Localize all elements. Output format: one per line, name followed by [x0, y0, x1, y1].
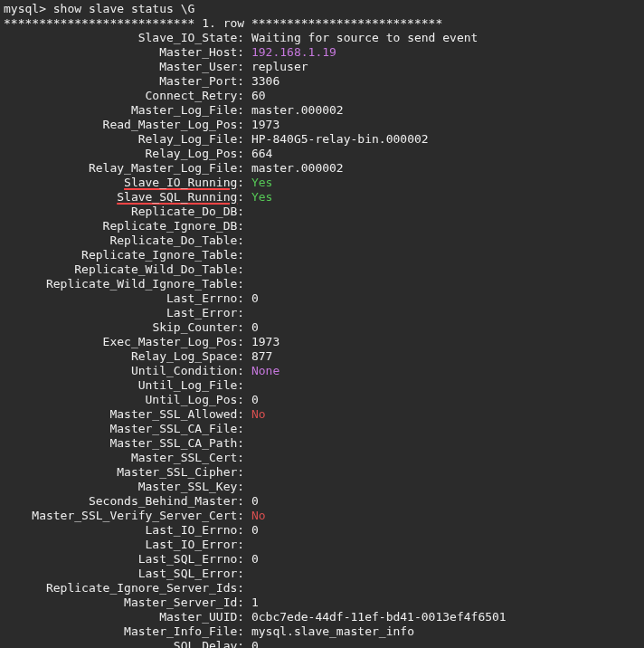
status-key: Relay_Log_File — [138, 132, 238, 146]
status-value: 3306 — [251, 74, 279, 88]
status-key: Replicate_Ignore_Table — [81, 248, 237, 262]
status-value: No — [251, 509, 266, 522]
terminal-output: mysql> show slave status \G ************… — [0, 0, 644, 648]
status-key: Slave_SQL_Running — [117, 190, 237, 204]
status-key: Master_SSL_CA_File — [109, 422, 237, 435]
status-key: Replicate_Ignore_Server_Ids — [46, 581, 237, 595]
status-key: Relay_Log_Pos — [146, 147, 238, 160]
status-key: Master_Server_Id — [124, 596, 237, 609]
status-value: 1 — [251, 596, 259, 609]
status-key: Skip_Counter — [152, 320, 237, 334]
status-key: Last_SQL_Errno — [138, 552, 238, 566]
status-key: Master_SSL_Cert — [131, 451, 237, 464]
row-banner: *************************** 1. row *****… — [4, 16, 442, 30]
status-key: Until_Log_Pos — [146, 393, 238, 406]
status-key: Master_SSL_CA_Path — [109, 436, 237, 450]
status-key: Relay_Log_Space — [131, 349, 237, 363]
status-key: Master_SSL_Cipher — [117, 465, 237, 479]
status-key: Replicate_Do_DB — [131, 205, 237, 218]
status-key: Master_Log_File — [131, 103, 237, 117]
status-key: Replicate_Wild_Do_Table — [74, 262, 237, 276]
status-key: Last_IO_Errno — [146, 523, 238, 537]
status-value: repluser — [251, 60, 308, 73]
status-value: 60 — [251, 89, 266, 102]
status-key: Last_SQL_Error — [138, 567, 238, 580]
status-key: Master_SSL_Allowed — [109, 407, 237, 421]
status-value: master.000002 — [251, 161, 344, 175]
status-key: Replicate_Ignore_DB — [103, 219, 238, 233]
mysql-prompt: mysql> show slave status \G — [4, 2, 194, 15]
status-key: Master_SSL_Key — [138, 480, 238, 493]
status-key: Replicate_Wild_Ignore_Table — [46, 277, 237, 291]
status-key: Master_Host — [159, 45, 237, 59]
status-key: Master_User — [159, 60, 237, 73]
status-value: 0 — [251, 291, 259, 305]
status-key: Relay_Master_Log_File — [89, 161, 237, 175]
status-value: 192.168.1.19 — [251, 45, 336, 59]
status-value: Waiting for source to send event — [251, 31, 478, 44]
status-value: 1973 — [251, 118, 279, 131]
status-value: 0 — [251, 320, 259, 334]
status-key: Master_Info_File — [124, 624, 237, 638]
status-key: Replicate_Do_Table — [109, 233, 237, 247]
status-value: 877 — [251, 349, 272, 363]
status-value: 0 — [251, 494, 259, 508]
status-key: Last_Error — [166, 306, 237, 319]
status-key: Master_Port — [159, 74, 237, 88]
status-value: 0 — [251, 523, 259, 537]
status-value: 0cbc7ede-44df-11ef-bd41-0013ef4f6501 — [251, 610, 507, 624]
status-value: Yes — [251, 176, 272, 189]
status-key: SQL_Delay — [174, 639, 237, 648]
status-value: 0 — [251, 393, 259, 406]
status-value: No — [251, 407, 266, 421]
status-key: Until_Log_File — [138, 378, 238, 392]
status-value: HP-840G5-relay-bin.000002 — [251, 132, 429, 146]
status-key: Master_UUID — [159, 610, 237, 624]
status-value: 0 — [251, 552, 259, 566]
status-key: Last_Errno — [166, 291, 237, 305]
status-key: Seconds_Behind_Master — [89, 494, 237, 508]
status-value: Yes — [251, 190, 272, 204]
status-key: Last_IO_Error — [146, 538, 238, 551]
status-value: master.000002 — [251, 103, 344, 117]
status-value: 1973 — [251, 335, 279, 348]
status-key: Master_SSL_Verify_Server_Cert — [32, 509, 237, 522]
status-value: 664 — [251, 147, 272, 160]
status-value: mysql.slave_master_info — [251, 624, 414, 638]
status-key: Exec_Master_Log_Pos — [103, 335, 238, 348]
status-key: Slave_IO_State — [138, 31, 238, 44]
status-value: None — [251, 364, 279, 377]
status-key: Until_Condition — [131, 364, 237, 377]
status-key: Slave_IO_Running — [124, 176, 237, 189]
status-value: 0 — [251, 639, 259, 648]
status-key: Connect_Retry — [146, 89, 238, 102]
status-key: Read_Master_Log_Pos — [103, 118, 238, 131]
